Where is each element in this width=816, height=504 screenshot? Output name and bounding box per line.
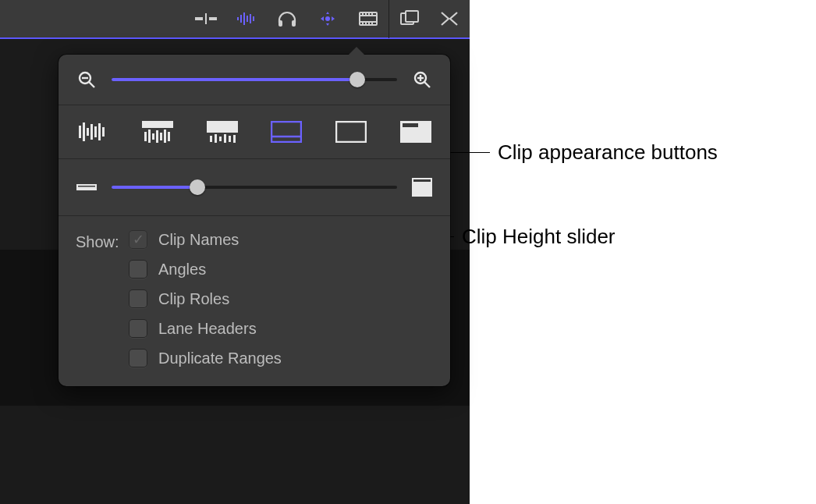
callout-label: Clip appearance buttons — [498, 140, 718, 165]
svg-rect-43 — [156, 130, 158, 143]
svg-rect-62 — [413, 179, 431, 182]
appearance-filmstrip-waveform[interactable] — [269, 119, 303, 144]
svg-rect-60 — [78, 186, 95, 187]
svg-rect-4 — [240, 15, 242, 23]
clip-appearance-popover: Show: ✓ Clip Names Angles Clip Roles Lan… — [59, 55, 450, 386]
show-option-duplicate-ranges[interactable]: Duplicate Ranges — [129, 349, 282, 367]
callout-appearance: Clip appearance buttons — [445, 140, 718, 165]
show-option-label: Lane Headers — [158, 320, 257, 338]
svg-rect-9 — [279, 20, 282, 27]
zoom-row — [59, 55, 450, 105]
svg-rect-54 — [271, 122, 301, 142]
clip-appearance-icon[interactable] — [348, 0, 388, 38]
checkbox-icon — [129, 260, 147, 279]
effects-icon[interactable] — [429, 0, 470, 38]
svg-rect-34 — [87, 128, 89, 136]
svg-rect-46 — [168, 132, 170, 141]
checkbox-icon: ✓ — [129, 230, 147, 249]
show-option-clip-roles[interactable]: Clip Roles — [129, 289, 282, 308]
show-label: Show: — [76, 230, 129, 251]
headphones-icon[interactable] — [267, 0, 307, 38]
svg-rect-37 — [98, 123, 101, 140]
clip-height-large-icon — [411, 176, 433, 198]
svg-rect-42 — [152, 133, 154, 140]
svg-rect-33 — [83, 122, 85, 141]
appearance-waveform-only[interactable] — [76, 119, 110, 144]
svg-rect-44 — [160, 133, 162, 140]
show-option-label: Clip Roles — [158, 290, 229, 308]
zoom-in-icon[interactable] — [411, 69, 433, 91]
svg-rect-39 — [142, 121, 173, 128]
svg-rect-10 — [292, 20, 296, 27]
audio-waveform-icon[interactable] — [226, 0, 267, 38]
svg-rect-7 — [250, 14, 251, 23]
svg-rect-6 — [247, 16, 248, 22]
svg-rect-32 — [79, 126, 81, 138]
svg-rect-53 — [233, 135, 236, 143]
appearance-filmstrip-only[interactable] — [399, 119, 433, 144]
checkbox-icon — [129, 289, 147, 308]
show-option-angles[interactable]: Angles — [129, 260, 282, 279]
svg-rect-5 — [243, 12, 245, 25]
svg-rect-38 — [102, 127, 105, 137]
svg-rect-45 — [164, 130, 166, 143]
svg-point-11 — [325, 16, 330, 21]
show-option-label: Angles — [158, 261, 206, 279]
svg-rect-1 — [209, 17, 217, 20]
checkbox-icon — [129, 319, 147, 338]
show-option-lane-headers[interactable]: Lane Headers — [129, 319, 282, 338]
svg-rect-48 — [210, 136, 212, 142]
show-option-clip-names[interactable]: ✓ Clip Names — [129, 230, 282, 249]
checkbox-icon — [129, 349, 147, 367]
clip-height-small-icon — [76, 176, 98, 198]
svg-rect-40 — [144, 132, 147, 141]
svg-rect-49 — [215, 134, 217, 143]
callout-label: Clip Height slider — [462, 225, 616, 249]
skimming-icon[interactable] — [307, 0, 348, 38]
show-option-label: Clip Names — [158, 231, 239, 249]
svg-rect-47 — [207, 121, 238, 133]
appearance-waveform-filmstrip[interactable] — [205, 119, 239, 144]
appearance-waveform-large[interactable] — [140, 119, 175, 144]
svg-rect-51 — [224, 134, 226, 143]
timeline-toolbar — [0, 0, 470, 39]
svg-rect-56 — [336, 122, 366, 142]
show-option-label: Duplicate Ranges — [158, 350, 282, 367]
svg-line-26 — [89, 82, 94, 87]
zoom-out-icon[interactable] — [76, 69, 98, 91]
svg-rect-8 — [253, 16, 254, 21]
svg-rect-35 — [90, 124, 93, 140]
trim-tool-icon[interactable] — [186, 0, 226, 38]
svg-rect-3 — [237, 17, 239, 20]
clip-height-slider[interactable] — [112, 179, 397, 195]
svg-rect-58 — [403, 123, 418, 127]
zoom-slider[interactable] — [112, 72, 397, 87]
svg-line-29 — [424, 82, 430, 87]
svg-rect-59 — [76, 184, 97, 190]
show-section: Show: ✓ Clip Names Angles Clip Roles Lan… — [59, 216, 450, 386]
svg-rect-41 — [148, 130, 151, 143]
appearance-filmstrip-large[interactable] — [334, 119, 368, 144]
svg-rect-2 — [205, 13, 207, 24]
svg-rect-0 — [195, 17, 203, 20]
clip-height-row — [59, 159, 450, 216]
svg-rect-24 — [406, 11, 418, 22]
svg-rect-36 — [94, 126, 97, 137]
svg-rect-52 — [229, 136, 231, 142]
svg-rect-50 — [219, 137, 222, 141]
clip-appearance-buttons — [59, 105, 450, 159]
index-icon[interactable] — [388, 0, 429, 38]
